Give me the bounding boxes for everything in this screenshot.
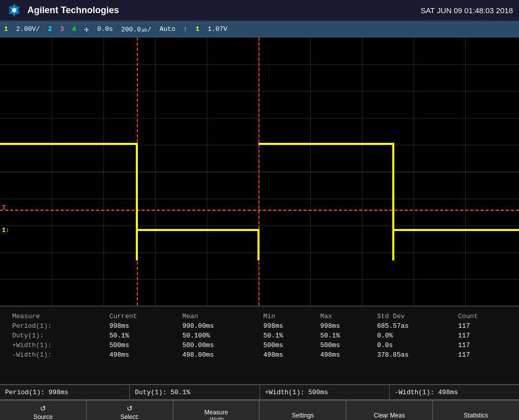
meas-row-0: Period(1):998ms998.00ms998ms998ms685.57a… [8, 321, 511, 331]
grid-h-3 [0, 118, 519, 119]
cursor-v-2 [258, 37, 260, 306]
ch1-waveform-high-right [258, 143, 393, 145]
meas-cell-2-2: 500.00ms [178, 340, 260, 350]
softkey-label-4: Clear Meas [374, 412, 405, 419]
trigger-level-line [0, 210, 519, 211]
grid-v-1 [52, 37, 52, 306]
softkey-4[interactable]: Clear Meas▼ [346, 401, 433, 420]
col-current: Current [105, 312, 178, 321]
grid-v-8 [414, 37, 414, 306]
meas-cell-1-2: 50.100% [178, 331, 260, 340]
status-minus-width: -Width(1): 498ms [390, 385, 519, 399]
trigger-mode: Auto [160, 25, 175, 33]
company-name: Agilent Technologies [27, 5, 119, 16]
meas-cell-1-3: 50.1% [260, 331, 316, 340]
measurements-panel: Measure Current Mean Min Max Std Dev Cou… [0, 306, 519, 385]
meas-row-1: Duty(1):50.1%50.100%50.1%50.1%0.0%117 [8, 331, 511, 340]
softkey-2[interactable]: Measure-Width▼ [173, 401, 260, 420]
softkey-sub-2: -Width [208, 416, 225, 420]
header: Agilent Technologies SAT JUN 09 01:48:03… [0, 0, 519, 21]
meas-cell-0-0: Period(1): [8, 321, 105, 331]
time-position: 0.0s [97, 25, 113, 33]
grid-h-4 [0, 145, 519, 145]
meas-cell-2-4: 500ms [316, 340, 373, 350]
softkey-icon-0: ↺ [40, 404, 46, 412]
timebase-div: 200.0㎲/ [121, 25, 152, 34]
softkey-0[interactable]: ↺Source1 [0, 401, 87, 420]
header-left: Agilent Technologies [6, 2, 119, 18]
ch1-waveform-rise-1 [136, 229, 138, 260]
softkey-1[interactable]: ↺Select:-Width [87, 401, 173, 420]
col-measure: Measure [8, 312, 105, 321]
grid-v-6 [310, 37, 311, 306]
toolbar: 1 2.00V/ 2 3 4 ✛ 0.0s 200.0㎲/ Auto ↑ 1 1… [0, 21, 519, 37]
status-plus-width: +Width(1): 500ms [260, 385, 390, 399]
meas-row-3: -Width(1):498ms498.00ms498ms498ms378.85a… [8, 350, 511, 360]
ch1-num[interactable]: 1 [4, 25, 8, 33]
status-duty: Duty(1): 50.1% [130, 385, 260, 399]
crosshair-icon: ✛ [84, 24, 89, 34]
grid-h-7 [0, 225, 519, 226]
measurements-body: Period(1):998ms998.00ms998ms998ms685.57a… [8, 321, 511, 360]
meas-cell-2-5: 0.0s [373, 340, 454, 350]
meas-row-2: +Width(1):500ms500.00ms500ms500ms0.0s117 [8, 340, 511, 350]
ch1-scale: 2.00V/ [16, 25, 40, 33]
softkey-label-3: Settings [292, 412, 314, 419]
grid-v-9 [465, 37, 466, 306]
grid-h-9 [0, 279, 519, 280]
ch1-waveform-rise-2 [392, 229, 394, 260]
ch3-num[interactable]: 3 [60, 25, 64, 33]
ch-ref: 1 [196, 25, 200, 33]
col-count: Count [454, 312, 511, 321]
grid-h-6 [0, 199, 519, 199]
col-mean: Mean [178, 312, 260, 321]
meas-cell-0-2: 998.00ms [178, 321, 260, 331]
measurements-table: Measure Current Mean Min Max Std Dev Cou… [8, 312, 511, 360]
col-max: Max [316, 312, 373, 321]
grid-h-center [0, 172, 519, 172]
meas-cell-3-2: 498.00ms [178, 350, 260, 360]
trigger-edge-symbol: ↑ [183, 25, 188, 33]
meas-cell-0-3: 998ms [260, 321, 316, 331]
meas-cell-2-1: 500ms [105, 340, 178, 350]
meas-cell-2-0: +Width(1): [8, 340, 105, 350]
status-period: Period(1): 998ms [0, 385, 130, 399]
meas-cell-3-4: 498ms [316, 350, 373, 360]
softkey-label-2: Measure [204, 409, 228, 416]
meas-cell-3-1: 498ms [105, 350, 178, 360]
trigger-edge: ↑ [183, 25, 188, 33]
voltage-ref: 1.07V [208, 25, 228, 33]
meas-cell-2-3: 500ms [260, 340, 316, 350]
meas-cell-0-6: 117 [454, 321, 511, 331]
meas-cell-1-6: 117 [454, 331, 511, 340]
datetime: SAT JUN 09 01:48:03 2018 [421, 6, 513, 15]
grid-h-1 [0, 64, 519, 65]
grid-v-4 [207, 37, 207, 306]
col-stddev: Std Dev [373, 312, 454, 321]
grid-v-2 [103, 37, 104, 306]
meas-cell-1-4: 50.1% [316, 331, 373, 340]
softkey-5[interactable]: Statistics▼ [433, 401, 519, 420]
ch1-waveform-high-left [0, 143, 137, 145]
ch2-num[interactable]: 2 [48, 25, 52, 33]
trigger-marker: T [2, 205, 6, 212]
softkey-3[interactable]: Settings▼ [260, 401, 346, 420]
status-bar: Period(1): 998ms Duty(1): 50.1% +Width(1… [0, 385, 519, 400]
meas-cell-0-4: 998ms [316, 321, 373, 331]
col-min: Min [260, 312, 316, 321]
ch1-waveform-high-end [393, 229, 519, 231]
ch1-marker: 1↕ [2, 227, 9, 234]
meas-cell-3-3: 498ms [260, 350, 316, 360]
ch4-num[interactable]: 4 [72, 25, 76, 33]
logo-icon [6, 2, 22, 18]
ch1-waveform-fall-3 [257, 229, 260, 260]
meas-cell-1-0: Duty(1): [8, 331, 105, 340]
meas-cell-0-5: 685.57as [373, 321, 454, 331]
softkey-label-1: Select: [120, 413, 139, 420]
scope-display: T 1↕ [0, 37, 519, 306]
ch1-waveform-high-mid [137, 229, 258, 231]
meas-cell-1-5: 0.0% [373, 331, 454, 340]
svg-point-2 [12, 8, 16, 12]
softkey-label-0: Source [33, 413, 53, 420]
softkey-bar: ↺Source1↺Select:-WidthMeasure-Width▼Sett… [0, 400, 519, 420]
